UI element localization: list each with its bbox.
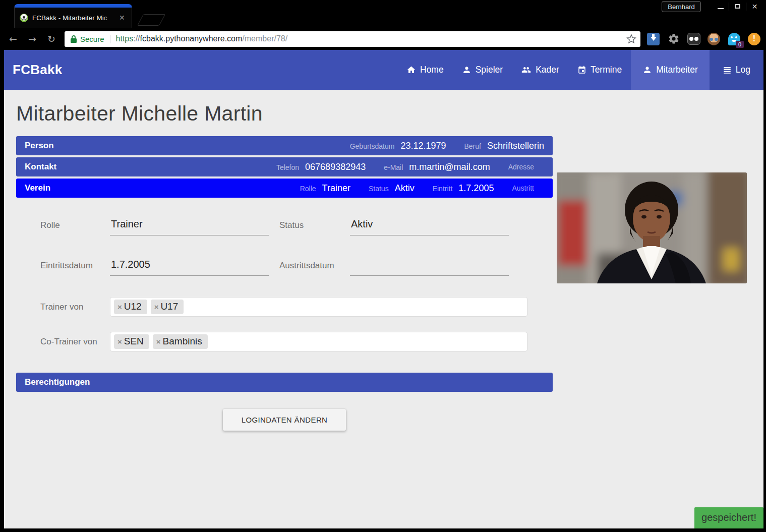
section-title: Verein (25, 183, 50, 193)
forward-button[interactable]: → (26, 33, 38, 44)
field-value: Aktiv (395, 183, 415, 194)
minimize-icon (718, 8, 724, 9)
tag-chip[interactable]: U17 (151, 300, 184, 314)
url-scheme: https (116, 34, 134, 43)
home-icon (406, 65, 416, 75)
lock-icon (71, 35, 77, 43)
log-list-icon (723, 66, 732, 75)
member-photo (557, 172, 747, 283)
people-icon (521, 65, 532, 75)
close-window-button[interactable]: ✕ (746, 1, 763, 12)
remove-tag-icon[interactable] (156, 337, 161, 346)
browser-tab[interactable]: FCBakk - Mitarbeiter Mic ✕ (14, 4, 132, 28)
rolle-input[interactable]: Trainer (110, 216, 269, 235)
maximize-button[interactable] (729, 1, 746, 12)
goggles-extension-button[interactable] (687, 32, 700, 46)
eintrittsdatum-input[interactable]: 1.7.2005 (110, 257, 269, 276)
co-trainer-von-input[interactable]: SEN Bambinis (110, 332, 527, 351)
nav-item-mitarbeiter[interactable]: Mitarbeiter (631, 50, 710, 90)
trainer-von-label: Trainer von (40, 302, 110, 312)
calendar-icon (577, 66, 586, 75)
nav-label: Kader (536, 65, 559, 75)
status-label: Status (279, 220, 350, 235)
star-icon (626, 34, 636, 44)
field-label: Austritt (512, 184, 534, 192)
tag-label: Bambinis (163, 336, 202, 347)
settings-extension-button[interactable] (667, 32, 680, 46)
logindaten-aendern-button[interactable]: LOGINDATEN ÄNDERN (223, 409, 346, 431)
app-navbar: FCBakk Home Spieler Kader Termine Mitarb… (4, 50, 763, 90)
trainer-von-input[interactable]: U12 U17 (110, 297, 527, 317)
verein-form: Rolle Trainer Status Aktiv Eintrittsdatu… (16, 198, 553, 373)
tag-chip[interactable]: Bambinis (153, 334, 208, 349)
section-bar-berechtigungen[interactable]: Berechtigungen (16, 373, 553, 392)
nav-item-termine[interactable]: Termine (568, 50, 631, 90)
tab-title: FCBakk - Mitarbeiter Mic (32, 14, 118, 22)
nav-label: Mitarbeiter (656, 65, 698, 75)
austrittsdatum-input[interactable] (350, 257, 509, 276)
nav-label: Home (420, 65, 444, 75)
austrittsdatum-label: Austrittsdatum (279, 261, 350, 276)
field-value: m.martin@mail.com (409, 162, 490, 172)
browser-profile-button[interactable]: Bernhard (662, 1, 701, 12)
field-label: Telefon (276, 163, 299, 171)
browser-toolbar: ← → ↻ Secure https://fcbakk.pythonanywhe… (0, 28, 766, 50)
avatar-extension-button[interactable] (707, 32, 721, 46)
profile-name: Bernhard (668, 3, 694, 11)
gear-icon (668, 33, 680, 45)
url-path: /member/78/ (242, 34, 287, 43)
remove-tag-icon[interactable] (154, 303, 159, 311)
field-value: 067689382943 (305, 162, 366, 172)
section-summary-fields: Telefon067689382943 e-Mailm.martin@mail.… (258, 162, 544, 172)
url-text: https://fcbakk.pythonanywhere.com/member… (116, 34, 288, 43)
url-delimiter: :// (133, 34, 140, 43)
field-label: e-Mail (384, 163, 403, 171)
tag-chip[interactable]: U12 (114, 300, 147, 314)
reload-button[interactable]: ↻ (45, 33, 57, 44)
extension-icons: 0 ! (646, 32, 761, 46)
tag-chip[interactable]: SEN (114, 334, 149, 349)
section-title: Kontakt (25, 162, 56, 172)
field-value: 23.12.1979 (400, 141, 446, 151)
section-bar-kontakt[interactable]: Kontakt Telefon067689382943 e-Mailm.mart… (16, 157, 553, 176)
nav-item-kader[interactable]: Kader (512, 50, 568, 90)
nav-item-home[interactable]: Home (397, 50, 453, 90)
field-value: 1.7.2005 (458, 183, 494, 194)
goggles-icon (687, 33, 700, 45)
omnibox-divider (110, 35, 110, 43)
nav-label: Termine (591, 65, 622, 75)
tab-close-button[interactable]: ✕ (119, 14, 125, 22)
download-extension-button[interactable] (646, 32, 660, 46)
close-icon: ✕ (752, 3, 758, 11)
back-button[interactable]: ← (7, 33, 19, 44)
field-value: Trainer (322, 183, 350, 194)
section-bar-verein[interactable]: Verein RolleTrainer StatusAktiv Eintritt… (16, 179, 553, 198)
tag-label: U12 (124, 301, 142, 312)
ghost-extension-button[interactable]: 0 (727, 32, 741, 46)
page-title: Mitarbeiter Michelle Martin (4, 90, 763, 136)
window-controls: ✕ (712, 1, 763, 12)
main-content: Mitarbeiter Michelle Martin Person Gebur… (4, 90, 763, 528)
address-bar[interactable]: Secure https://fcbakk.pythonanywhere.com… (65, 31, 640, 47)
section-bar-person[interactable]: Person Geburtsdatum23.12.1979 BerufSchri… (16, 136, 553, 155)
status-input[interactable]: Aktiv (350, 216, 509, 235)
nav-label: Log (736, 65, 750, 75)
alert-icon: ! (748, 33, 760, 45)
remove-tag-icon[interactable] (117, 337, 122, 346)
section-title: Person (25, 141, 54, 151)
person-icon (642, 65, 652, 75)
section-summary-fields: RolleTrainer StatusAktiv Eintritt1.7.200… (282, 183, 544, 194)
field-label: Eintritt (433, 185, 453, 193)
remove-tag-icon[interactable] (117, 303, 122, 311)
app-brand[interactable]: FCBakk (13, 62, 63, 78)
co-trainer-von-label: Co-Trainer von (40, 337, 110, 347)
webpage-viewport: FCBakk Home Spieler Kader Termine Mitarb… (4, 50, 763, 528)
minimize-button[interactable] (712, 1, 729, 12)
new-tab-button[interactable] (137, 14, 165, 26)
extension-badge: 0 (736, 41, 744, 48)
alert-extension-button[interactable]: ! (747, 32, 761, 46)
nav-item-spieler[interactable]: Spieler (453, 50, 512, 90)
soccer-ball-favicon (20, 14, 28, 22)
bookmark-button[interactable] (626, 34, 636, 44)
nav-item-log[interactable]: Log (710, 50, 763, 90)
